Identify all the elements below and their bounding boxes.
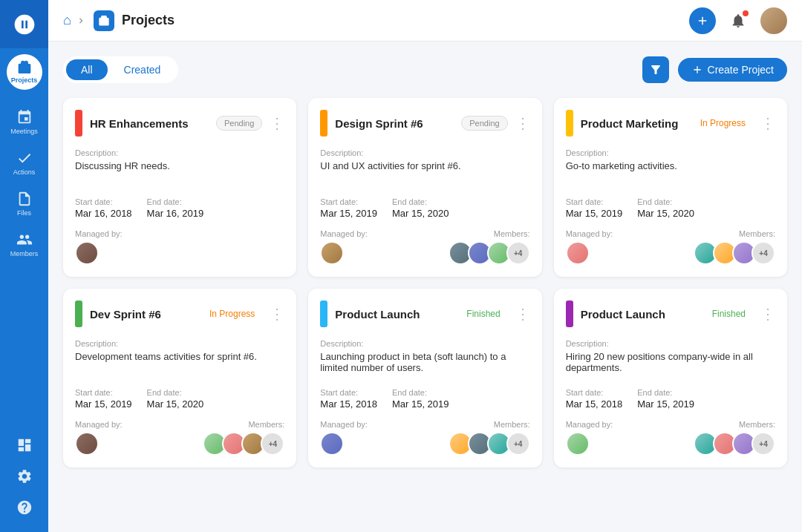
members-label: Members: <box>739 229 775 238</box>
sidebar-item-help[interactable] <box>0 492 48 523</box>
end-date-group: End date: Mar 15, 2020 <box>392 197 449 219</box>
card-menu-button[interactable]: ⋮ <box>760 306 775 321</box>
managed-by-label: Managed by: <box>566 420 613 429</box>
member-avatars: +4 <box>449 432 530 456</box>
project-title: Design Sprint #6 <box>335 117 454 130</box>
user-avatar[interactable] <box>760 7 787 34</box>
managed-by-label: Managed by: <box>75 420 123 429</box>
project-description: Launching product in beta (soft launch) … <box>320 351 529 378</box>
members-section: Members: +4 <box>203 420 284 456</box>
card-footer-cols: Managed by: Members: +4 <box>320 229 529 265</box>
manager-avatars <box>75 432 123 456</box>
project-description: Hiring 20 new positions company-wide in … <box>566 351 775 378</box>
card-header: Product Launch Finished ⋮ <box>566 301 775 327</box>
card-menu-button[interactable]: ⋮ <box>270 306 284 321</box>
manager-avatar <box>320 432 344 456</box>
card-footer-cols: Managed by: Members: +4 <box>566 229 775 265</box>
status-badge: In Progress <box>693 116 753 131</box>
start-date-value: Mar 15, 2018 <box>320 398 377 410</box>
card-footer-cols: Managed by: Members: +4 <box>320 420 529 456</box>
sidebar-item-settings[interactable] <box>0 461 48 492</box>
sidebar-item-members[interactable]: Members <box>0 224 48 265</box>
sidebar-item-meetings[interactable]: Meetings <box>0 102 48 142</box>
sidebar-item-dashboard[interactable] <box>0 430 48 461</box>
end-date-value: Mar 15, 2019 <box>392 398 449 410</box>
notifications-button[interactable] <box>725 7 752 34</box>
member-avatars: +4 <box>203 432 284 456</box>
manager-avatar <box>75 241 99 265</box>
filter-button[interactable] <box>642 56 669 83</box>
end-date-label: End date: <box>392 388 449 397</box>
start-date-value: Mar 16, 2018 <box>75 208 132 219</box>
card-description-section: Description: UI and UX activities for sp… <box>320 148 529 187</box>
start-date-label: Start date: <box>75 388 132 397</box>
manager-avatars <box>566 241 613 265</box>
end-date-group: End date: Mar 16, 2019 <box>147 197 204 219</box>
sidebar-item-projects[interactable]: Projects <box>7 54 42 90</box>
end-date-value: Mar 15, 2019 <box>637 398 694 410</box>
start-date-value: Mar 15, 2018 <box>566 398 623 410</box>
main-content: ⌂ Projects All Created <box>48 0 802 532</box>
card-dates: Start date: Mar 15, 2018 End date: Mar 1… <box>566 388 775 410</box>
card-menu-button[interactable]: ⋮ <box>515 306 530 321</box>
project-title: HR Enhancements <box>90 117 209 130</box>
description-label: Description: <box>320 148 529 157</box>
project-description: Development teams activities for sprint … <box>75 351 284 378</box>
start-date-group: Start date: Mar 15, 2018 <box>566 388 623 410</box>
home-icon: ⌂ <box>63 13 71 28</box>
project-flag <box>75 301 82 327</box>
toolbar: All Created Create Project <box>63 56 787 83</box>
project-card: HR Enhancements Pending ⋮ Description: D… <box>63 98 296 277</box>
manager-avatar <box>75 432 99 456</box>
card-menu-button[interactable]: ⋮ <box>760 116 775 131</box>
managed-by-section: Managed by: <box>566 229 613 265</box>
card-footer-cols: Managed by: Members: +4 <box>75 420 284 456</box>
status-badge: Finished <box>705 306 753 321</box>
project-flag <box>566 110 573 137</box>
manager-avatar <box>566 241 590 265</box>
create-project-button[interactable]: Create Project <box>678 58 787 82</box>
project-flag <box>320 301 327 327</box>
card-dates: Start date: Mar 15, 2019 End date: Mar 1… <box>75 388 284 410</box>
start-date-value: Mar 15, 2019 <box>566 208 623 219</box>
start-date-label: Start date: <box>320 388 377 397</box>
sidebar-actions-label: Actions <box>13 168 36 176</box>
members-label: Members: <box>494 420 530 429</box>
card-header: HR Enhancements Pending ⋮ <box>75 110 284 137</box>
card-dates: Start date: Mar 15, 2019 End date: Mar 1… <box>320 197 529 219</box>
end-date-label: End date: <box>147 388 204 397</box>
start-date-value: Mar 15, 2019 <box>320 208 377 219</box>
member-avatars: +4 <box>694 241 775 265</box>
members-label: Members: <box>739 420 775 429</box>
end-date-label: End date: <box>147 197 204 206</box>
extra-members: +4 <box>752 432 775 456</box>
tab-all[interactable]: All <box>66 59 108 80</box>
start-date-group: Start date: Mar 15, 2018 <box>320 388 377 410</box>
start-date-label: Start date: <box>566 197 623 206</box>
sidebar-item-files[interactable]: Files <box>0 183 48 224</box>
project-flag <box>566 301 573 327</box>
end-date-group: End date: Mar 15, 2020 <box>637 197 694 219</box>
project-description: Discussing HR needs. <box>75 160 284 187</box>
sidebar-item-actions[interactable]: Actions <box>0 142 48 183</box>
extra-members: +4 <box>261 432 284 456</box>
managed-by-section: Managed by: <box>320 420 368 456</box>
manager-avatar <box>320 241 344 265</box>
card-menu-button[interactable]: ⋮ <box>515 116 530 131</box>
sidebar-meetings-label: Meetings <box>10 128 38 135</box>
project-card: Product Launch Finished ⋮ Description: L… <box>308 289 541 467</box>
status-badge: Pending <box>461 116 507 131</box>
sidebar-logo[interactable] <box>0 0 48 48</box>
extra-members: +4 <box>752 241 775 265</box>
managed-by-label: Managed by: <box>320 420 368 429</box>
add-button[interactable] <box>689 7 716 34</box>
end-date-label: End date: <box>637 197 694 206</box>
card-menu-button[interactable]: ⋮ <box>270 116 284 131</box>
tab-created[interactable]: Created <box>109 59 176 80</box>
card-footer: Managed by: Members: +4 <box>566 420 775 456</box>
end-date-group: End date: Mar 15, 2019 <box>637 388 694 410</box>
end-date-label: End date: <box>392 197 449 206</box>
card-footer: Managed by: Members: +4 <box>320 420 529 456</box>
card-dates: Start date: Mar 15, 2019 End date: Mar 1… <box>566 197 775 219</box>
sidebar-projects-label: Projects <box>11 76 38 84</box>
